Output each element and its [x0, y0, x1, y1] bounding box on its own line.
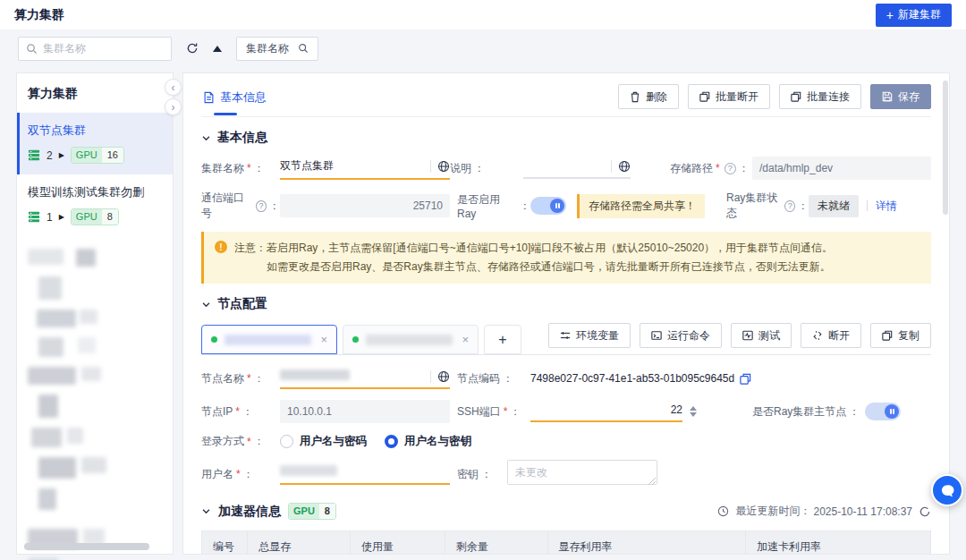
- cluster-name-label: 集群名称*：: [201, 161, 280, 176]
- globe-icon[interactable]: [618, 160, 631, 173]
- secret-key-label: 密钥：: [457, 467, 507, 482]
- username-input[interactable]: [280, 463, 450, 485]
- test-button[interactable]: 测试: [731, 323, 792, 348]
- radio-label: 用户名与密码: [300, 434, 367, 449]
- accelerator-title-group[interactable]: 加速器信息 GPU 8: [201, 503, 336, 520]
- radio-label: 用户名与密钥: [404, 434, 471, 449]
- cluster-detail-panel: 基本信息 删除 批量断开 批量连接: [182, 72, 950, 555]
- ssh-port-label: SSH端口*：: [457, 404, 530, 420]
- gpu-table-header-row: 编号 总显存 使用量 剩余量 显存利用率 加速卡利用率: [202, 531, 931, 556]
- sidebar-prev-button[interactable]: ‹: [165, 79, 182, 96]
- node-config-section-header[interactable]: 节点配置: [201, 296, 931, 312]
- batch-connect-button[interactable]: 批量连接: [779, 84, 861, 109]
- ray-master-toggle[interactable]: [865, 403, 901, 420]
- ray-status-detail-link[interactable]: 详情: [876, 199, 897, 214]
- disconnect-button[interactable]: 断开: [801, 323, 861, 348]
- close-icon[interactable]: ×: [320, 333, 327, 346]
- plus-icon: +: [886, 9, 894, 21]
- close-icon[interactable]: ×: [462, 333, 469, 346]
- sidebar-item-cluster[interactable]: 双节点集群 2 ▶ GPU 16: [17, 113, 173, 174]
- secret-key-textarea[interactable]: [507, 460, 657, 485]
- help-icon[interactable]: ?: [724, 163, 736, 174]
- node-tab-active[interactable]: ×: [201, 325, 337, 354]
- disconnect-label: 断开: [828, 328, 850, 344]
- filter-tag[interactable]: 集群名称: [236, 37, 318, 61]
- username-label: 用户名*：: [201, 467, 280, 482]
- enable-ray-label: 是否启用Ray：: [457, 192, 530, 220]
- cluster-meta: 2 ▶ GPU 16: [28, 147, 162, 164]
- delete-label: 删除: [646, 89, 667, 105]
- env-vars-label: 环境变量: [576, 328, 619, 344]
- content-area: ‹ › 算力集群 双节点集群 2 ▶ GPU 16 模型训练测试集群勿删: [0, 67, 966, 555]
- save-button[interactable]: 保存: [870, 84, 931, 109]
- globe-icon[interactable]: [437, 160, 450, 173]
- radio-username-password[interactable]: 用户名与密码: [280, 434, 367, 449]
- node-code-label: 节点编码：: [457, 371, 530, 386]
- ray-notice-box: ! 注意：若启用Ray，主节点需保留[通信端口号~通信端口号+10]端口段不被占…: [201, 232, 931, 284]
- storage-path-input[interactable]: /data/hmlp_dev: [752, 157, 931, 180]
- sidebar-next-button[interactable]: ›: [165, 98, 182, 115]
- panel-scrollbar[interactable]: [943, 81, 948, 215]
- pulse-icon: [742, 330, 753, 341]
- test-label: 测试: [758, 328, 780, 344]
- copy-node-button[interactable]: 复制: [870, 323, 931, 348]
- accelerator-section-header: 加速器信息 GPU 8 最近更新时间：2025-10-11 17:08:37: [201, 503, 931, 520]
- tab-basic-info[interactable]: 基本信息: [201, 86, 268, 115]
- sidebar-hscrollbar[interactable]: [24, 543, 149, 550]
- gpu-badge: GPU 16: [71, 147, 124, 164]
- document-icon: [203, 91, 215, 104]
- col-header-used: 使用量: [351, 531, 445, 556]
- new-cluster-button[interactable]: + 新建集群: [876, 4, 952, 27]
- notice-line-2: 如需更改是否启用Ray、是否Ray集群主节点、存储路径或通信端口号，请先批量断开…: [234, 258, 833, 276]
- gpu-badge-label: GPU: [289, 504, 319, 519]
- divider: [867, 200, 868, 211]
- collapse-filter-icon[interactable]: [213, 46, 222, 52]
- col-header-free: 剩余量: [445, 531, 547, 556]
- node-tab[interactable]: ×: [343, 325, 479, 354]
- cluster-name-input[interactable]: 双节点集群: [280, 157, 450, 180]
- last-updated-time: 2025-10-11 17:08:37: [813, 505, 912, 518]
- node-form-row: 用户名*： 密钥：: [201, 460, 931, 488]
- ssh-port-input[interactable]: 22: [530, 402, 682, 422]
- node-ip-input: 10.10.0.1: [280, 400, 450, 423]
- env-vars-button[interactable]: 环境变量: [548, 323, 631, 348]
- ssh-port-value: 22: [530, 403, 682, 416]
- port-stepper[interactable]: [690, 406, 697, 417]
- help-icon[interactable]: ?: [256, 200, 267, 212]
- globe-icon[interactable]: [437, 370, 450, 383]
- basic-form-row: 通信端口号?： 25710 是否启用Ray： 存储路径需全局共享！ Ray集群状…: [201, 191, 931, 221]
- expand-play-icon[interactable]: ▶: [59, 213, 64, 221]
- run-command-label: 运行命令: [667, 328, 710, 344]
- delete-button[interactable]: 删除: [618, 84, 679, 109]
- search-icon: [298, 43, 309, 54]
- last-updated-label: 最近更新时间：: [735, 504, 810, 519]
- comm-port-label: 通信端口号?：: [201, 191, 280, 221]
- batch-icon: [699, 91, 710, 102]
- help-icon[interactable]: ?: [784, 200, 795, 212]
- expand-play-icon[interactable]: ▶: [59, 151, 64, 159]
- copy-code-icon[interactable]: [740, 373, 751, 385]
- basic-info-section-header[interactable]: 基本信息: [201, 130, 931, 146]
- run-command-button[interactable]: 运行命令: [640, 323, 722, 348]
- refresh-icon[interactable]: [186, 42, 199, 55]
- ray-status-badge: 未就绪: [809, 195, 859, 217]
- gpu-badge-count: 16: [102, 148, 123, 163]
- comm-port-input: 25710: [280, 194, 450, 217]
- node-name-input[interactable]: [280, 368, 450, 389]
- cluster-meta: 1 ▶ GPU 8: [28, 208, 162, 225]
- enable-ray-toggle[interactable]: [530, 197, 566, 215]
- sidebar-item-cluster[interactable]: 模型训练测试集群勿删 1 ▶ GPU 8: [17, 174, 173, 236]
- radio-username-key[interactable]: 用户名与密钥: [385, 434, 471, 449]
- chat-widget-button[interactable]: [931, 474, 963, 506]
- trash-icon: [630, 91, 640, 103]
- batch-disconnect-button[interactable]: 批量断开: [688, 84, 770, 109]
- gpu-badge-count: 8: [102, 209, 118, 225]
- description-input[interactable]: [523, 158, 631, 179]
- detail-tab-row: 基本信息 删除 批量断开 批量连接: [201, 84, 931, 117]
- search-input[interactable]: [43, 42, 164, 55]
- add-node-tab-button[interactable]: +: [484, 325, 521, 354]
- cluster-search-box[interactable]: [18, 37, 172, 61]
- copy-label: 复制: [898, 328, 919, 344]
- save-label: 保存: [898, 89, 919, 105]
- refresh-icon[interactable]: [919, 505, 931, 518]
